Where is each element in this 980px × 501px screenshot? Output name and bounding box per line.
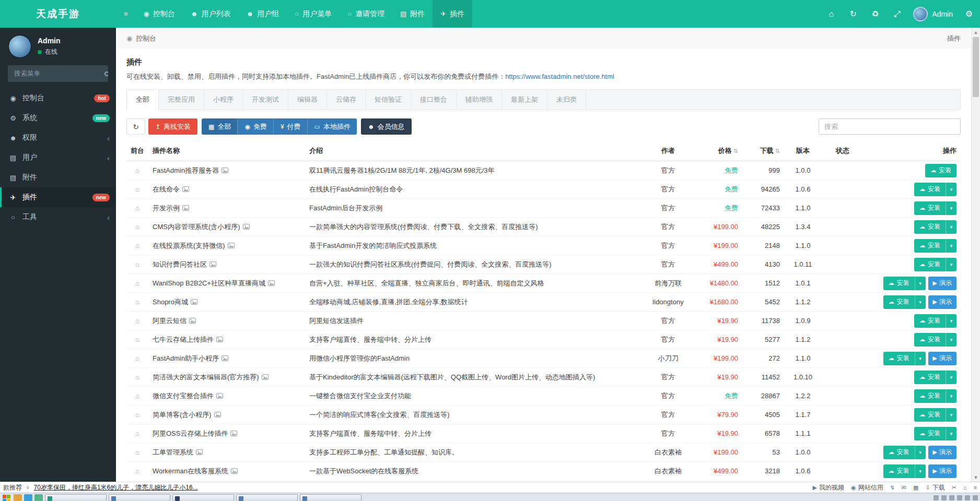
install-button[interactable]: ☁安装 [914, 201, 946, 215]
category-tab[interactable]: 未归类 [547, 90, 586, 110]
category-tab[interactable]: 辅助增强 [457, 90, 502, 110]
plugin-name[interactable]: 七牛云存储上传插件 [153, 336, 214, 343]
install-dropdown-caret[interactable]: ▾ [946, 239, 956, 253]
plugin-search-input[interactable] [819, 118, 961, 135]
download-tool[interactable]: ⇩下载 [925, 483, 944, 492]
column-header[interactable]: 价格⇅ [694, 141, 742, 161]
install-button[interactable]: ☁安装 [883, 464, 915, 478]
category-tab[interactable]: 全部 [126, 89, 159, 110]
demo-button[interactable]: ▶演示 [928, 464, 956, 478]
breadcrumb-left[interactable]: 控制台 [136, 34, 156, 43]
filter-button[interactable]: ▭ 本地插件 [308, 118, 357, 135]
member-info-button[interactable]: ☻会员信息 [361, 118, 412, 135]
sidebar-toggle-button[interactable]: ≡ [116, 0, 136, 28]
plugin-name[interactable]: 阿里云短信 [153, 317, 186, 325]
install-button[interactable]: ☁安装 [883, 352, 915, 365]
sidebar-item[interactable]: ⚙ 系统 new [0, 108, 116, 128]
navbar-item[interactable]: ☻ 用户列表 [183, 0, 239, 28]
scrollbar-thumb[interactable] [973, 37, 979, 97]
sidebar-item[interactable]: ○ 工具 ‹ [0, 207, 116, 227]
mail-icon[interactable]: ✉ [902, 485, 906, 491]
refresh-button[interactable]: ↻ [126, 118, 145, 135]
plugin-name[interactable]: 在线投票系统(支持微信) [153, 242, 225, 249]
filter-button[interactable]: ▦ 全部 [202, 118, 238, 135]
plugin-name[interactable]: 知识付费问答社区 [153, 260, 207, 268]
news-headline-link[interactable]: 70岁李保田，捧红身高1米6的儿子，漂亮儿媳比儿子小16... [34, 483, 198, 492]
admin-menu[interactable]: Admin [908, 7, 958, 21]
plugin-name[interactable]: 简洁强大的富文本编辑器(官方推荐) [153, 373, 259, 381]
tray-icon[interactable] [934, 495, 939, 500]
sidebar-item[interactable]: ◉ 控制台 hot [0, 88, 116, 108]
plugin-name[interactable]: 阿里OSS云存储上传插件 [153, 430, 228, 437]
install-button[interactable]: ☁安装 [914, 220, 946, 234]
install-dropdown-caret[interactable]: ▾ [946, 183, 956, 196]
trash-button[interactable]: ♻ [864, 0, 886, 28]
filter-button[interactable]: ¥ 付费 [274, 118, 308, 135]
tray-icon[interactable] [941, 495, 947, 500]
navbar-item[interactable]: ▤ 附件 [392, 0, 433, 28]
taskbar-window-button[interactable] [236, 494, 298, 501]
filter-button[interactable]: ◉ 免费 [238, 118, 273, 135]
install-button[interactable]: ☁安装 [883, 295, 915, 309]
install-dropdown-caret[interactable]: ▾ [946, 258, 956, 271]
install-dropdown-caret[interactable]: ▾ [915, 295, 926, 309]
install-dropdown-caret[interactable]: ▾ [946, 220, 956, 234]
plugin-name[interactable]: Shopro商城 [153, 298, 188, 306]
install-button[interactable]: ☁安装 [883, 277, 915, 290]
navbar-item[interactable]: ○ 用户菜单 [287, 0, 340, 28]
taskbar-window-button[interactable] [109, 494, 170, 501]
lightning-icon[interactable]: ↯ [890, 485, 895, 491]
plugin-name[interactable]: 工单管理系统 [153, 448, 193, 456]
install-dropdown-caret[interactable]: ▾ [946, 314, 956, 328]
home-icon[interactable]: ⌂ [963, 485, 967, 491]
plugin-name[interactable]: FastAdmin推荐服务器 [153, 166, 219, 174]
plugin-name[interactable]: FastAdmin助手小程序 [153, 354, 219, 362]
column-header[interactable]: 下载⇅ [742, 141, 784, 161]
home-button[interactable]: ⌂ [820, 0, 842, 28]
scroll-down-arrow-icon[interactable]: ▼ [972, 473, 980, 482]
category-tab[interactable]: 编辑器 [288, 90, 327, 110]
folder-icon[interactable] [34, 494, 43, 501]
demo-button[interactable]: ▶演示 [928, 446, 956, 459]
taskbar-window-button[interactable] [45, 494, 107, 501]
install-dropdown-caret[interactable]: ▾ [946, 427, 956, 440]
play-tool[interactable]: ▶我的视频 [813, 483, 844, 492]
plugin-name[interactable]: CMS内容管理系统(含小程序) [153, 223, 240, 231]
category-tab[interactable]: 开发测试 [243, 90, 288, 110]
install-button[interactable]: ☁安装 [914, 239, 946, 253]
sidebar-search-input[interactable] [8, 65, 104, 82]
install-dropdown-caret[interactable]: ▾ [946, 408, 956, 422]
sidebar-item[interactable]: ✈ 插件 new [0, 187, 116, 207]
install-dropdown-caret[interactable]: ▾ [946, 333, 956, 347]
grid-icon[interactable]: ▦ [913, 485, 918, 491]
install-button[interactable]: ☁安装 [925, 164, 956, 177]
tray-icon[interactable] [957, 495, 962, 500]
plugin-name[interactable]: Workerman在线客服系统 [153, 467, 228, 475]
taskbar-window-button[interactable] [172, 494, 234, 501]
install-button[interactable]: ☁安装 [914, 258, 946, 271]
install-button[interactable]: ☁安装 [914, 333, 946, 347]
sort-icon[interactable]: ⇅ [733, 148, 738, 154]
install-dropdown-caret[interactable]: ▾ [946, 201, 956, 215]
install-dropdown-caret[interactable]: ▾ [915, 277, 926, 290]
vertical-scrollbar[interactable]: ▲ ▼ [971, 28, 980, 482]
install-button[interactable]: ☁安装 [914, 371, 946, 384]
sidebar-item[interactable]: ▤ 用户 ‹ [0, 148, 116, 168]
install-button[interactable]: ☁安装 [883, 446, 915, 459]
tray-icon[interactable] [973, 495, 978, 500]
install-dropdown-caret[interactable]: ▾ [915, 464, 926, 478]
category-tab[interactable]: 云储存 [327, 90, 366, 110]
sidebar-item[interactable]: ▤ 附件 [0, 168, 116, 187]
plugin-name[interactable]: 开发示例 [153, 204, 180, 212]
install-button[interactable]: ☁安装 [914, 183, 946, 196]
demo-button[interactable]: ▶演示 [928, 352, 956, 365]
install-button[interactable]: ☁安装 [914, 408, 946, 422]
fullscreen-button[interactable]: ⤢ [886, 0, 908, 28]
plugin-name[interactable]: 在线命令 [153, 185, 180, 193]
install-button[interactable]: ☁安装 [914, 389, 946, 403]
browser-icon[interactable] [24, 494, 32, 501]
category-tab[interactable]: 完整应用 [159, 90, 204, 110]
category-tab[interactable]: 短信验证 [366, 90, 411, 110]
refresh-button[interactable]: ↻ [842, 0, 864, 28]
plugin-name[interactable]: 微信支付宝整合插件 [153, 392, 214, 400]
